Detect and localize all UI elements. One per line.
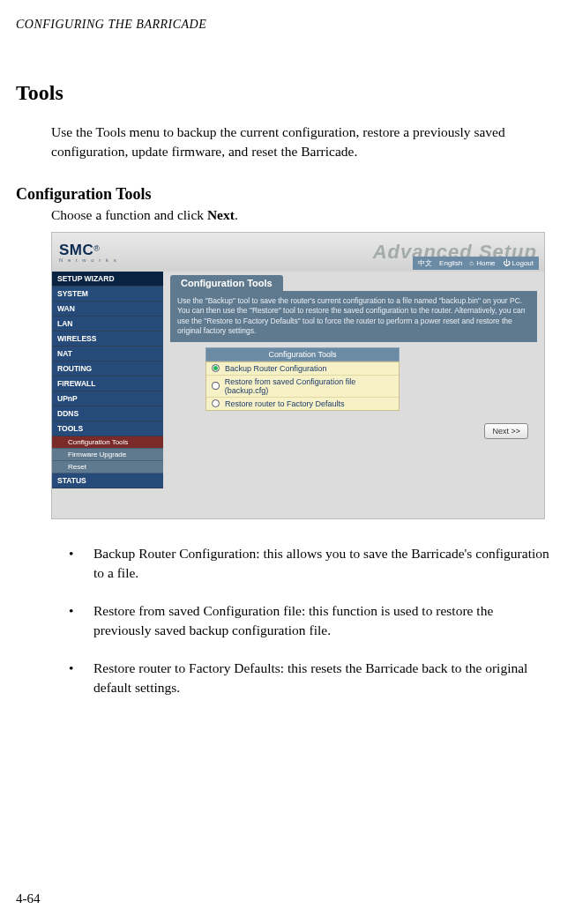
- radio-icon[interactable]: [212, 382, 220, 390]
- nav-ddns[interactable]: DDNS: [52, 406, 163, 421]
- nav-nat[interactable]: NAT: [52, 346, 163, 361]
- home-link[interactable]: ⌂Home: [469, 259, 495, 267]
- sidebar-nav: SETUP WIZARD SYSTEM WAN LAN WIRELESS NAT…: [52, 272, 163, 518]
- subnav-reset[interactable]: Reset: [52, 461, 163, 473]
- screenshot-header: SMC® N e t w o r k s Advanced Setup 中文 E…: [52, 233, 544, 272]
- subsection-title: Configuration Tools: [16, 185, 559, 204]
- option-backup-label: Backup Router Configuration: [225, 364, 327, 373]
- option-factory-label: Restore router to Factory Defaults: [225, 399, 345, 408]
- radio-selected-icon[interactable]: [212, 364, 220, 372]
- option-factory-defaults[interactable]: Restore router to Factory Defaults: [206, 398, 399, 410]
- option-backup[interactable]: Backup Router Configuration: [206, 362, 399, 376]
- nav-system[interactable]: SYSTEM: [52, 287, 163, 302]
- section-title: Tools: [16, 81, 559, 105]
- nav-routing[interactable]: ROUTING: [52, 361, 163, 376]
- option-restore[interactable]: Restore from saved Configuration file (b…: [206, 376, 399, 398]
- next-bold: Next: [207, 207, 235, 222]
- logout-icon: ⏻: [503, 259, 510, 267]
- nav-upnp[interactable]: UPnP: [52, 391, 163, 406]
- nav-tools[interactable]: TOOLS: [52, 421, 163, 436]
- option-restore-label: Restore from saved Configuration file (b…: [225, 377, 393, 395]
- nav-status[interactable]: STATUS: [52, 473, 163, 488]
- content-panel: Configuration Tools Use the "Backup" too…: [163, 272, 544, 518]
- top-link-bar: 中文 English ⌂Home ⏻Logout: [413, 257, 539, 270]
- subsection-paragraph: Choose a function and click Next.: [51, 207, 559, 223]
- sub-suffix: .: [235, 207, 238, 222]
- bullet-backup: Backup Router Configuration: this allows…: [69, 544, 550, 584]
- home-icon: ⌂: [469, 259, 474, 267]
- logo-reg-icon: ®: [93, 244, 100, 253]
- nav-lan[interactable]: LAN: [52, 317, 163, 332]
- sub-prefix: Choose a function and click: [51, 207, 207, 222]
- lang-chinese-link[interactable]: 中文: [418, 258, 432, 268]
- subnav-firmware-upgrade[interactable]: Firmware Upgrade: [52, 449, 163, 461]
- panel-description: Use the "Backup" tool to save the router…: [170, 291, 537, 342]
- running-header: CONFIGURING THE BARRICADE: [16, 18, 559, 32]
- tools-option-list: Backup Router Configuration Restore from…: [205, 361, 400, 411]
- feature-bullet-list: Backup Router Configuration: this allows…: [69, 544, 550, 698]
- page-number: 4-64: [16, 891, 41, 906]
- next-button[interactable]: Next >>: [484, 423, 528, 439]
- subnav-configuration-tools[interactable]: Configuration Tools: [52, 436, 163, 449]
- logo-text: SMC: [59, 242, 93, 258]
- bullet-restore: Restore from saved Configuration file: t…: [69, 601, 550, 641]
- logout-link[interactable]: ⏻Logout: [503, 259, 534, 267]
- bullet-factory: Restore router to Factory Defaults: this…: [69, 659, 550, 698]
- intro-paragraph: Use the Tools menu to backup the current…: [51, 123, 550, 162]
- nav-firewall[interactable]: FIREWALL: [52, 376, 163, 391]
- nav-wan[interactable]: WAN: [52, 302, 163, 317]
- logo-subtext: N e t w o r k s: [59, 257, 118, 263]
- radio-icon[interactable]: [212, 399, 220, 407]
- router-screenshot: SMC® N e t w o r k s Advanced Setup 中文 E…: [51, 232, 545, 519]
- tools-table-header: Configuration Tools: [205, 347, 400, 361]
- nav-wireless[interactable]: WIRELESS: [52, 332, 163, 346]
- nav-setup-wizard[interactable]: SETUP WIZARD: [52, 272, 163, 287]
- lang-english-link[interactable]: English: [439, 259, 462, 267]
- panel-title: Configuration Tools: [170, 275, 283, 291]
- smc-logo: SMC® N e t w o r k s: [59, 242, 118, 263]
